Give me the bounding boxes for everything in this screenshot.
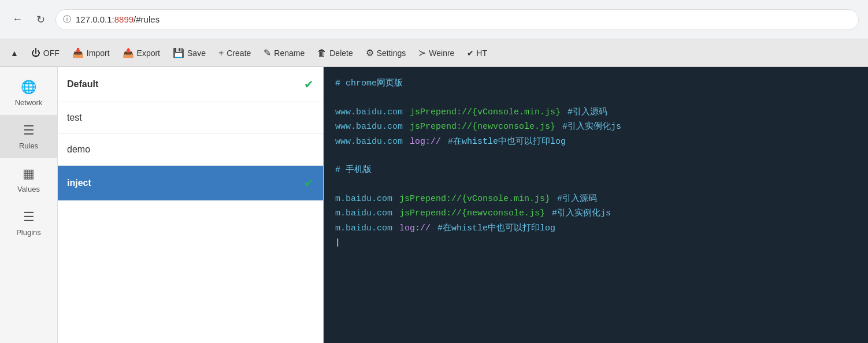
code-comment-7: #引入实例化js: [552, 206, 611, 221]
settings-icon: ⚙: [366, 47, 374, 58]
rename-button[interactable]: ✎ Rename: [258, 44, 310, 62]
settings-label: Settings: [377, 49, 406, 58]
delete-icon: 🗑: [317, 48, 327, 58]
sidebar-item-network[interactable]: 🌐 Network: [0, 72, 57, 115]
code-line-4: www.baidu.com log:// #在whistle中也可以打印log: [335, 135, 856, 150]
code-line-6: m.baidu.com jsPrepend://{vConsole.min.js…: [335, 192, 856, 207]
code-comment-4: #在whistle中也可以打印log: [448, 135, 566, 150]
url-display: 127.0.0.1:8899/#rules: [76, 14, 159, 24]
code-rule-4: jsPrepend://{vConsole.min.js}: [399, 192, 550, 207]
info-icon: ⓘ: [63, 14, 71, 25]
rule-label-default: Default: [67, 79, 98, 90]
code-rule-5: jsPrepend://{newvconsole.js}: [399, 206, 545, 221]
back-button[interactable]: ←: [9, 12, 25, 28]
code-domain-6: m.baidu.com: [335, 221, 392, 236]
code-line-8: m.baidu.com log:// #在whistle中也可以打印log: [335, 221, 856, 236]
weinre-label: Weinre: [429, 49, 454, 58]
delete-label: Delete: [329, 49, 353, 58]
code-line-2: www.baidu.com jsPrepend://{vConsole.min.…: [335, 105, 856, 120]
values-icon: ▦: [23, 166, 35, 181]
code-line-3: www.baidu.com jsPrepend://{newvconsole.j…: [335, 120, 856, 135]
off-button[interactable]: ⏻ OFF: [25, 44, 65, 62]
code-comment-2: #引入源码: [567, 105, 607, 120]
code-rule-6: log://: [399, 221, 431, 236]
sidebar-item-rules[interactable]: ☰ Rules: [0, 115, 57, 158]
weinre-icon: ≻: [418, 47, 426, 58]
collapse-button[interactable]: ▲: [5, 45, 24, 61]
sidebar-label-network: Network: [15, 98, 43, 107]
code-domain-5: m.baidu.com: [335, 206, 392, 221]
code-domain-1: www.baidu.com: [335, 105, 403, 120]
code-domain-3: www.baidu.com: [335, 135, 403, 150]
export-label: Export: [137, 49, 160, 58]
import-icon: 📥: [72, 47, 84, 58]
ht-label: ✔ HT: [467, 49, 487, 58]
code-line-7: m.baidu.com jsPrepend://{newvconsole.js}…: [335, 206, 856, 221]
rename-label: Rename: [274, 49, 305, 58]
code-blank-2: [335, 149, 856, 163]
create-button[interactable]: + Create: [213, 44, 257, 62]
rule-item-inject[interactable]: inject ✔: [58, 166, 323, 201]
export-button[interactable]: 📤 Export: [117, 44, 166, 62]
check-icon-default: ✔: [304, 77, 314, 91]
code-comment-1: # chrome网页版: [335, 76, 403, 91]
browser-chrome: ← ↻ ⓘ 127.0.0.1:8899/#rules: [0, 0, 868, 39]
code-domain-2: www.baidu.com: [335, 120, 403, 135]
rule-item-demo[interactable]: demo: [58, 134, 323, 166]
create-label: Create: [227, 49, 251, 58]
plugins-icon: ☰: [23, 210, 35, 225]
sidebar-label-plugins: Plugins: [16, 228, 41, 237]
save-label: Save: [187, 49, 206, 58]
settings-button[interactable]: ⚙ Settings: [360, 44, 412, 62]
code-editor[interactable]: # chrome网页版 www.baidu.com jsPrepend://{v…: [324, 67, 868, 343]
url-port: 8899: [114, 14, 133, 24]
rules-list: Default ✔ test demo inject ✔: [58, 67, 324, 343]
code-comment-5: # 手机版: [335, 163, 372, 178]
rule-label-test: test: [67, 113, 82, 123]
save-button[interactable]: 💾 Save: [167, 44, 212, 62]
address-bar[interactable]: ⓘ 127.0.0.1:8899/#rules: [55, 9, 859, 30]
code-line-cursor: |: [335, 236, 856, 251]
code-blank-1: [335, 91, 856, 105]
code-domain-4: m.baidu.com: [335, 192, 392, 207]
weinre-button[interactable]: ≻ Weinre: [413, 44, 460, 62]
delete-button[interactable]: 🗑 Delete: [311, 44, 358, 62]
code-rule-3: log://: [410, 135, 441, 150]
sidebar-label-rules: Rules: [19, 141, 38, 150]
code-comment-6: #引入源码: [557, 192, 597, 207]
power-icon: ⏻: [31, 48, 40, 58]
code-comment-8: #在whistle中也可以打印log: [437, 221, 555, 236]
ht-button[interactable]: ✔ HT: [461, 45, 493, 61]
code-rule-2: jsPrepend://{newvconsole.js}: [410, 120, 555, 135]
toolbar: ▲ ⏻ OFF 📥 Import 📤 Export 💾 Save + Creat…: [0, 39, 868, 67]
off-label: OFF: [43, 49, 60, 58]
rule-item-test[interactable]: test: [58, 102, 323, 134]
code-line-1: # chrome网页版: [335, 76, 856, 91]
rename-icon: ✎: [264, 47, 271, 58]
sidebar: 🌐 Network ☰ Rules ▦ Values ☰ Plugins: [0, 67, 58, 343]
import-button[interactable]: 📥 Import: [66, 44, 116, 62]
main-layout: 🌐 Network ☰ Rules ▦ Values ☰ Plugins Def…: [0, 67, 868, 343]
cursor: |: [335, 236, 340, 251]
network-icon: 🌐: [21, 80, 36, 95]
check-icon-inject: ✔: [304, 176, 314, 190]
sidebar-item-values[interactable]: ▦ Values: [0, 158, 57, 202]
code-blank-3: [335, 178, 856, 192]
code-comment-3: #引入实例化js: [562, 120, 621, 135]
export-icon: 📤: [123, 47, 134, 58]
collapse-icon: ▲: [10, 49, 18, 58]
rule-label-inject: inject: [67, 178, 91, 188]
create-icon: +: [218, 48, 224, 58]
sidebar-item-plugins[interactable]: ☰ Plugins: [0, 202, 57, 245]
rules-icon: ☰: [23, 123, 35, 138]
code-line-5: # 手机版: [335, 163, 856, 178]
rule-item-default[interactable]: Default ✔: [58, 67, 323, 102]
refresh-button[interactable]: ↻: [32, 12, 49, 28]
code-rule-1: jsPrepend://{vConsole.min.js}: [410, 105, 561, 120]
rule-label-demo: demo: [67, 144, 90, 155]
import-label: Import: [87, 49, 110, 58]
save-icon: 💾: [173, 47, 184, 58]
sidebar-label-values: Values: [17, 185, 40, 193]
